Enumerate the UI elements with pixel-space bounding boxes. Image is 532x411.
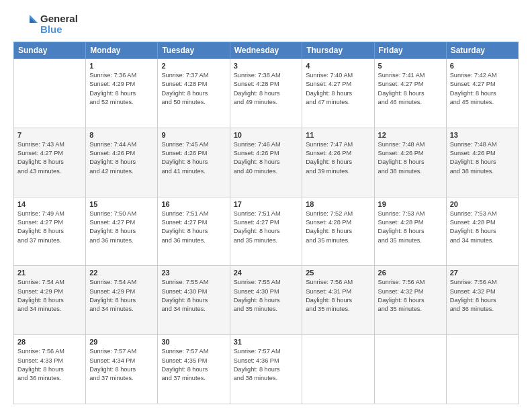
day-number: 22 xyxy=(89,269,154,277)
calendar-cell: 2Sunrise: 7:37 AM Sunset: 4:28 PM Daylig… xyxy=(158,59,230,128)
logo: General Blue xyxy=(13,12,78,36)
day-number: 7 xyxy=(17,131,82,139)
day-info: Sunrise: 7:46 AM Sunset: 4:26 PM Dayligh… xyxy=(234,140,299,176)
calendar-cell: 10Sunrise: 7:46 AM Sunset: 4:26 PM Dayli… xyxy=(230,128,302,197)
calendar-cell: 20Sunrise: 7:53 AM Sunset: 4:28 PM Dayli… xyxy=(446,197,518,266)
day-number: 17 xyxy=(234,200,299,208)
day-number: 26 xyxy=(378,269,443,277)
day-info: Sunrise: 7:50 AM Sunset: 4:27 PM Dayligh… xyxy=(89,210,154,245)
weekday-header-wednesday: Wednesday xyxy=(230,42,302,59)
calendar-cell: 21Sunrise: 7:54 AM Sunset: 4:29 PM Dayli… xyxy=(14,266,86,335)
calendar-cell: 25Sunrise: 7:56 AM Sunset: 4:31 PM Dayli… xyxy=(302,266,374,335)
day-number: 29 xyxy=(89,338,154,346)
day-info: Sunrise: 7:54 AM Sunset: 4:29 PM Dayligh… xyxy=(89,278,154,314)
day-number: 30 xyxy=(161,338,226,346)
day-number: 28 xyxy=(17,338,82,346)
calendar-cell: 26Sunrise: 7:56 AM Sunset: 4:32 PM Dayli… xyxy=(374,266,446,335)
day-number: 4 xyxy=(306,62,370,70)
calendar-cell: 12Sunrise: 7:48 AM Sunset: 4:26 PM Dayli… xyxy=(374,128,446,197)
header: General Blue xyxy=(13,12,519,36)
day-number: 9 xyxy=(161,131,226,139)
day-info: Sunrise: 7:56 AM Sunset: 4:31 PM Dayligh… xyxy=(306,278,370,314)
calendar-cell: 1Sunrise: 7:36 AM Sunset: 4:29 PM Daylig… xyxy=(86,59,158,128)
day-number: 11 xyxy=(306,131,370,139)
calendar-cell: 14Sunrise: 7:49 AM Sunset: 4:27 PM Dayli… xyxy=(14,197,86,266)
day-info: Sunrise: 7:47 AM Sunset: 4:26 PM Dayligh… xyxy=(306,140,370,176)
calendar-cell: 9Sunrise: 7:45 AM Sunset: 4:26 PM Daylig… xyxy=(158,128,230,197)
day-info: Sunrise: 7:57 AM Sunset: 4:36 PM Dayligh… xyxy=(234,347,299,383)
day-info: Sunrise: 7:53 AM Sunset: 4:28 PM Dayligh… xyxy=(378,210,443,245)
calendar-cell xyxy=(14,59,86,128)
day-number: 24 xyxy=(234,269,299,277)
calendar-cell: 5Sunrise: 7:41 AM Sunset: 4:27 PM Daylig… xyxy=(374,59,446,128)
calendar-table: SundayMondayTuesdayWednesdayThursdayFrid… xyxy=(13,42,519,404)
calendar-cell: 8Sunrise: 7:44 AM Sunset: 4:26 PM Daylig… xyxy=(86,128,158,197)
calendar-cell: 27Sunrise: 7:56 AM Sunset: 4:32 PM Dayli… xyxy=(446,266,518,335)
day-info: Sunrise: 7:54 AM Sunset: 4:29 PM Dayligh… xyxy=(17,278,82,314)
day-info: Sunrise: 7:40 AM Sunset: 4:27 PM Dayligh… xyxy=(306,71,370,107)
day-info: Sunrise: 7:41 AM Sunset: 4:27 PM Dayligh… xyxy=(378,71,443,107)
day-info: Sunrise: 7:48 AM Sunset: 4:26 PM Dayligh… xyxy=(378,140,443,176)
calendar-cell: 13Sunrise: 7:48 AM Sunset: 4:26 PM Dayli… xyxy=(446,128,518,197)
day-number: 8 xyxy=(89,131,154,139)
calendar-week-row: 14Sunrise: 7:49 AM Sunset: 4:27 PM Dayli… xyxy=(14,197,519,266)
logo-svg xyxy=(13,12,38,36)
day-info: Sunrise: 7:56 AM Sunset: 4:32 PM Dayligh… xyxy=(450,278,515,314)
calendar-cell: 23Sunrise: 7:55 AM Sunset: 4:30 PM Dayli… xyxy=(158,266,230,335)
weekday-header-saturday: Saturday xyxy=(446,42,518,59)
calendar-cell: 24Sunrise: 7:55 AM Sunset: 4:30 PM Dayli… xyxy=(230,266,302,335)
day-number: 5 xyxy=(378,62,443,70)
day-info: Sunrise: 7:57 AM Sunset: 4:35 PM Dayligh… xyxy=(161,347,226,383)
day-number: 12 xyxy=(378,131,443,139)
day-number: 1 xyxy=(89,62,154,70)
day-number: 25 xyxy=(306,269,370,277)
calendar-week-row: 7Sunrise: 7:43 AM Sunset: 4:27 PM Daylig… xyxy=(14,128,519,197)
weekday-header-tuesday: Tuesday xyxy=(158,42,230,59)
calendar-cell: 7Sunrise: 7:43 AM Sunset: 4:27 PM Daylig… xyxy=(14,128,86,197)
day-info: Sunrise: 7:51 AM Sunset: 4:27 PM Dayligh… xyxy=(234,210,299,245)
day-info: Sunrise: 7:36 AM Sunset: 4:29 PM Dayligh… xyxy=(89,71,154,107)
calendar-week-row: 21Sunrise: 7:54 AM Sunset: 4:29 PM Dayli… xyxy=(14,266,519,335)
day-number: 15 xyxy=(89,200,154,208)
calendar-week-row: 1Sunrise: 7:36 AM Sunset: 4:29 PM Daylig… xyxy=(14,59,519,128)
day-number: 13 xyxy=(450,131,515,139)
day-info: Sunrise: 7:57 AM Sunset: 4:34 PM Dayligh… xyxy=(89,347,154,383)
weekday-header-thursday: Thursday xyxy=(302,42,374,59)
logo-general-text: General xyxy=(40,13,78,25)
calendar-cell: 22Sunrise: 7:54 AM Sunset: 4:29 PM Dayli… xyxy=(86,266,158,335)
day-number: 23 xyxy=(161,269,226,277)
calendar-cell: 3Sunrise: 7:38 AM Sunset: 4:28 PM Daylig… xyxy=(230,59,302,128)
day-info: Sunrise: 7:55 AM Sunset: 4:30 PM Dayligh… xyxy=(234,278,299,314)
svg-rect-0 xyxy=(13,12,38,36)
day-info: Sunrise: 7:44 AM Sunset: 4:26 PM Dayligh… xyxy=(89,140,154,176)
day-number: 19 xyxy=(378,200,443,208)
day-info: Sunrise: 7:52 AM Sunset: 4:28 PM Dayligh… xyxy=(306,210,370,245)
calendar-cell: 19Sunrise: 7:53 AM Sunset: 4:28 PM Dayli… xyxy=(374,197,446,266)
logo-blue-text: Blue xyxy=(40,24,78,36)
day-info: Sunrise: 7:56 AM Sunset: 4:33 PM Dayligh… xyxy=(17,347,82,383)
calendar-cell: 17Sunrise: 7:51 AM Sunset: 4:27 PM Dayli… xyxy=(230,197,302,266)
calendar-cell: 11Sunrise: 7:47 AM Sunset: 4:26 PM Dayli… xyxy=(302,128,374,197)
calendar-week-row: 28Sunrise: 7:56 AM Sunset: 4:33 PM Dayli… xyxy=(14,335,519,404)
day-info: Sunrise: 7:48 AM Sunset: 4:26 PM Dayligh… xyxy=(450,140,515,176)
calendar-cell: 16Sunrise: 7:51 AM Sunset: 4:27 PM Dayli… xyxy=(158,197,230,266)
day-info: Sunrise: 7:51 AM Sunset: 4:27 PM Dayligh… xyxy=(161,210,226,245)
day-info: Sunrise: 7:55 AM Sunset: 4:30 PM Dayligh… xyxy=(161,278,226,314)
day-info: Sunrise: 7:37 AM Sunset: 4:28 PM Dayligh… xyxy=(161,71,226,107)
day-number: 6 xyxy=(450,62,515,70)
day-number: 3 xyxy=(234,62,299,70)
day-number: 14 xyxy=(17,200,82,208)
weekday-header-friday: Friday xyxy=(374,42,446,59)
day-number: 2 xyxy=(161,62,226,70)
calendar-cell: 18Sunrise: 7:52 AM Sunset: 4:28 PM Dayli… xyxy=(302,197,374,266)
calendar-cell xyxy=(302,335,374,404)
day-info: Sunrise: 7:45 AM Sunset: 4:26 PM Dayligh… xyxy=(161,140,226,176)
calendar-cell: 30Sunrise: 7:57 AM Sunset: 4:35 PM Dayli… xyxy=(158,335,230,404)
day-number: 27 xyxy=(450,269,515,277)
calendar-cell: 31Sunrise: 7:57 AM Sunset: 4:36 PM Dayli… xyxy=(230,335,302,404)
calendar-page: General Blue SundayMondayTuesdayWednesda… xyxy=(0,0,532,411)
day-info: Sunrise: 7:42 AM Sunset: 4:27 PM Dayligh… xyxy=(450,71,515,107)
day-number: 18 xyxy=(306,200,370,208)
calendar-cell: 15Sunrise: 7:50 AM Sunset: 4:27 PM Dayli… xyxy=(86,197,158,266)
calendar-cell: 28Sunrise: 7:56 AM Sunset: 4:33 PM Dayli… xyxy=(14,335,86,404)
